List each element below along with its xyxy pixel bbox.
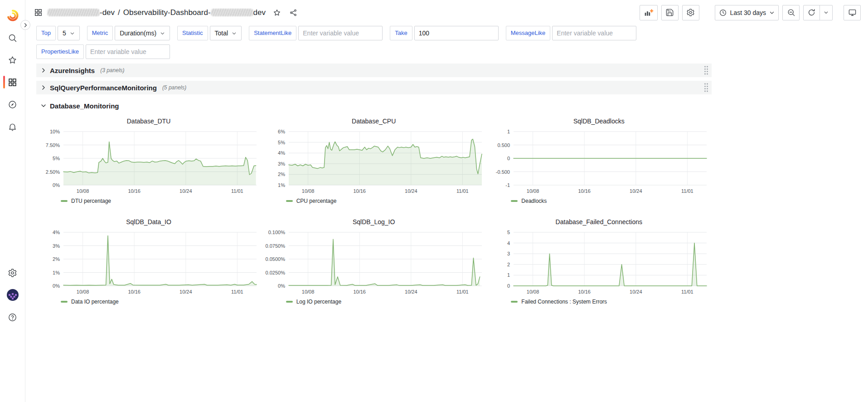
help-icon: [8, 313, 17, 322]
legend-label: Data IO percentage: [71, 299, 119, 305]
messagelike-input[interactable]: [552, 26, 636, 40]
variable-statistic-select[interactable]: Total: [210, 26, 242, 40]
panel-title[interactable]: SqlDB_Data_IO: [36, 216, 261, 228]
svg-text:10/24: 10/24: [630, 188, 642, 194]
sidebar-item-help[interactable]: [0, 308, 25, 326]
save-icon: [665, 8, 674, 17]
series-color-dash: [286, 200, 293, 202]
row-panel-count: (3 panels): [100, 67, 124, 74]
breadcrumb-separator: /: [118, 8, 120, 17]
panel-sqldb-log-io: SqlDB_Log_IO 10/0810/1610/2411/010.100%0…: [262, 216, 486, 305]
time-range-label: Last 30 days: [730, 9, 766, 16]
chevron-down-icon: [824, 10, 829, 15]
bell-icon: [8, 122, 17, 132]
breadcrumb-folder[interactable]: -dev: [100, 8, 115, 17]
save-dashboard-button[interactable]: [661, 5, 679, 20]
row-database-monitoring[interactable]: Database_Monitoring: [36, 99, 712, 113]
panel-title[interactable]: Database_Failed_Connections: [486, 216, 711, 228]
legend-item[interactable]: Log IO percentage: [275, 299, 486, 305]
svg-text:2%: 2%: [278, 172, 285, 177]
variable-top-select[interactable]: 5: [58, 26, 80, 40]
svg-text:0%: 0%: [278, 283, 285, 289]
svg-text:10/24: 10/24: [405, 188, 417, 194]
timeseries-chart: 10/0810/1610/2411/01543210: [486, 228, 711, 297]
svg-text:-1: -1: [506, 182, 510, 188]
legend-label: CPU percentage: [296, 198, 337, 204]
sidebar-expand-button[interactable]: [20, 20, 30, 30]
row-azureinsights[interactable]: AzureInsights (3 panels): [36, 64, 712, 77]
legend-item[interactable]: Data IO percentage: [50, 299, 261, 305]
timeseries-chart: 10/0810/1610/2411/010.100%0.0750%0.0500%…: [262, 228, 486, 297]
row-sqlqueryperformancemonitoring[interactable]: SqlQueryPerformanceMonitoring (5 panels): [36, 81, 712, 94]
take-input[interactable]: [414, 26, 499, 40]
star-dashboard-icon[interactable]: [273, 9, 281, 17]
svg-text:3%: 3%: [53, 243, 60, 249]
dashboard-toolbar: Last 30 days: [640, 5, 861, 20]
svg-text:10/24: 10/24: [179, 289, 192, 294]
statementlike-input[interactable]: [298, 26, 383, 40]
svg-text:10/16: 10/16: [578, 188, 591, 194]
svg-text:10/08: 10/08: [527, 289, 539, 294]
sidebar-item-explore[interactable]: [0, 95, 25, 113]
series-color-dash: [61, 301, 68, 303]
refresh-button[interactable]: [804, 5, 820, 20]
add-panel-button[interactable]: [640, 5, 658, 20]
svg-text:11/01: 11/01: [681, 289, 693, 294]
sidebar-item-dashboards[interactable]: [0, 73, 25, 91]
svg-text:10/24: 10/24: [179, 188, 192, 194]
sidebar-item-alerting[interactable]: [0, 118, 25, 136]
variable-metric: Metric Duration(ms): [87, 26, 170, 40]
panel-database-dtu: Database_DTU 10/0810/1610/2411/0110%7.50…: [36, 115, 261, 204]
variable-label: Top: [36, 26, 56, 40]
kiosk-mode-button[interactable]: [844, 5, 861, 20]
svg-text:-0.500: -0.500: [496, 169, 510, 175]
zoom-out-time-button[interactable]: [782, 5, 800, 20]
panel-title[interactable]: SqlDB_Deadlocks: [486, 115, 711, 127]
chevron-right-icon: [23, 23, 28, 28]
svg-text:11/01: 11/01: [231, 188, 243, 194]
svg-text:0.100%: 0.100%: [268, 230, 285, 235]
legend-item[interactable]: CPU percentage: [275, 198, 486, 204]
variable-label: PropertiesLike: [36, 44, 84, 59]
chevron-down-icon: [769, 10, 775, 15]
panel-database-failed-connections: Database_Failed_Connections 10/0810/1610…: [486, 216, 711, 305]
svg-text:1: 1: [507, 129, 510, 134]
sidebar-item-starred[interactable]: [0, 51, 25, 69]
dashboard-settings-button[interactable]: [682, 5, 699, 20]
legend-label: Deadlocks: [521, 198, 547, 204]
sidebar-item-search[interactable]: [0, 29, 25, 47]
variable-take: Take: [390, 26, 498, 40]
row-title: SqlQueryPerformanceMonitoring: [50, 84, 157, 92]
drag-grip-icon[interactable]: [703, 65, 710, 76]
panel-title[interactable]: Database_CPU: [262, 115, 486, 127]
series-color-dash: [511, 200, 518, 202]
share-icon[interactable]: [289, 9, 297, 17]
clock-icon: [719, 9, 727, 17]
sidebar-item-settings[interactable]: [0, 264, 25, 282]
caret-down-icon: [232, 31, 237, 36]
drag-grip-icon[interactable]: [703, 82, 710, 93]
refresh-button-group: [803, 5, 833, 20]
breadcrumb-dashboard-suffix: dev: [253, 8, 266, 17]
legend-item[interactable]: DTU percentage: [50, 198, 261, 204]
variable-metric-select[interactable]: Duration(ms): [115, 26, 170, 40]
legend-item[interactable]: Deadlocks: [500, 198, 711, 204]
charts-grid: Database_DTU 10/0810/1610/2411/0110%7.50…: [36, 115, 712, 305]
variable-label: StatementLike: [249, 26, 296, 40]
panel-title[interactable]: Database_DTU: [36, 115, 261, 127]
dashboards-icon: [8, 78, 17, 87]
svg-text:0%: 0%: [53, 182, 60, 188]
panel-sqldb-data-io: SqlDB_Data_IO 10/0810/1610/2411/014%3%2%…: [36, 216, 261, 305]
legend-item[interactable]: Failed Connections : System Errors: [500, 299, 711, 305]
avatar: [7, 289, 19, 301]
svg-text:10/24: 10/24: [630, 289, 642, 294]
refresh-interval-dropdown[interactable]: [820, 5, 832, 20]
legend-label: Log IO percentage: [296, 299, 341, 305]
propertieslike-input[interactable]: [86, 44, 170, 59]
variable-messagelike: MessageLike: [506, 26, 637, 40]
active-indicator: [3, 76, 5, 88]
sidebar-item-profile[interactable]: [0, 286, 25, 304]
time-range-picker[interactable]: Last 30 days: [715, 5, 779, 20]
panel-title[interactable]: SqlDB_Log_IO: [262, 216, 486, 228]
series-color-dash: [511, 301, 518, 303]
